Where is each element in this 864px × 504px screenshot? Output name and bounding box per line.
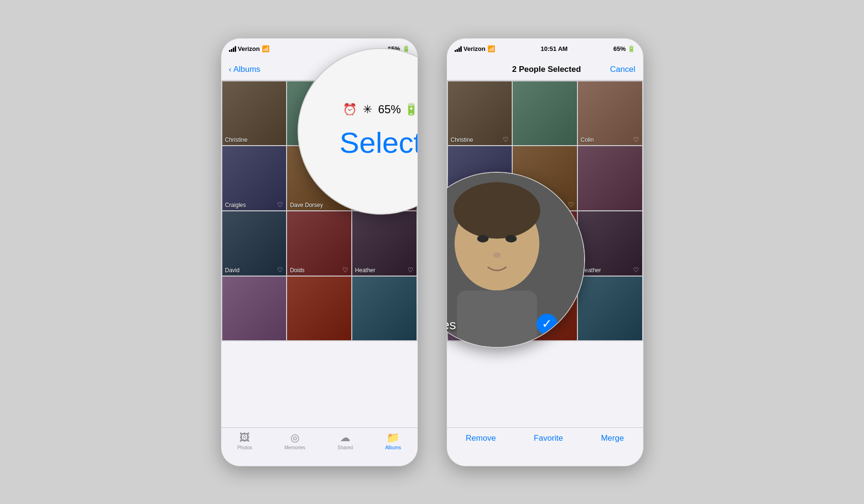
battery-magnifier: 65% 🔋 (378, 103, 417, 116)
phone-left: Verizon 📶 65% 🔋 ‹ Albums Select Christin… (221, 38, 418, 466)
wifi-icon: 📶 (262, 45, 269, 52)
carrier-label: Verizon (238, 45, 260, 52)
heart-icon-heather-left: ♡ (407, 266, 414, 274)
right-status-bar: Verizon 📶 10:51 AM 65% 🔋 (447, 39, 643, 59)
right-signal-bar-3 (458, 48, 460, 52)
favorite-button[interactable]: Favorite (534, 434, 563, 443)
tab-memories-label: Memories (284, 445, 305, 450)
heart-icon-craigles: ♡ (277, 201, 283, 208)
magnifier-right-label: igles (447, 317, 457, 333)
cell-label-doids: Doids (290, 267, 305, 274)
right-cell-colin[interactable]: Colin ♡ (578, 81, 642, 146)
svg-point-3 (477, 235, 488, 242)
merge-button[interactable]: Merge (601, 434, 624, 443)
remove-button[interactable]: Remove (466, 434, 496, 443)
heart-icon-david: ♡ (277, 266, 283, 274)
svg-point-2 (453, 182, 540, 238)
right-signal-bar-1 (455, 50, 456, 52)
right-battery-percent: 65% (613, 45, 626, 52)
right-label-colin: Colin (581, 137, 594, 143)
chevron-left-icon: ‹ (229, 65, 232, 74)
photos-icon: 🖼 (239, 432, 250, 444)
people-selected-bar: 2 People Selected Cancel (447, 59, 643, 80)
signal-bar-3 (233, 48, 234, 52)
tab-photos-label: Photos (237, 445, 252, 450)
right-battery-icon: 🔋 (627, 45, 635, 52)
left-tab-bar: 🖼 Photos ◎ Memories ☁ Shared 📁 Albums (221, 427, 417, 466)
magnifier-right-check: ✓ (536, 314, 557, 335)
grid-cell-christine[interactable]: Christine (222, 81, 287, 146)
svg-point-5 (493, 252, 501, 258)
tab-shared[interactable]: ☁ Shared (338, 432, 353, 450)
magnifier-status-icons: ⏰ ✳ 65% 🔋 (343, 103, 417, 116)
shared-icon: ☁ (340, 432, 350, 444)
left-status-left: Verizon 📶 (229, 45, 269, 52)
heart-icon-doids: ♡ (342, 266, 348, 274)
back-button[interactable]: ‹ Albums (229, 65, 260, 74)
grid-cell-red[interactable] (287, 277, 351, 341)
right-cell-empty1[interactable] (513, 81, 577, 146)
right-status-left: Verizon 📶 (455, 45, 495, 52)
right-label-christine: Christine (451, 137, 473, 143)
screenshot-container: Verizon 📶 65% 🔋 ‹ Albums Select Christin… (221, 38, 644, 466)
grid-cell-heather-left[interactable]: Heather ♡ (352, 211, 417, 276)
tab-albums-label: Albums (385, 445, 401, 450)
memories-icon: ◎ (290, 432, 299, 444)
right-signal-bars (455, 46, 462, 52)
svg-rect-6 (457, 290, 536, 347)
signal-bar-2 (231, 49, 232, 52)
bluetooth-icon: ✳ (363, 103, 372, 116)
cell-label-heather-left: Heather (355, 267, 376, 274)
cell-label-christine: Christine (225, 137, 248, 143)
right-heart-davedorsey: ♡ (568, 201, 574, 208)
albums-back-label: Albums (233, 65, 260, 74)
right-signal-bar-4 (460, 46, 462, 52)
cell-label-david: David (225, 267, 240, 274)
tab-albums[interactable]: 📁 Albums (385, 432, 401, 450)
tab-shared-label: Shared (338, 445, 353, 450)
right-time: 10:51 AM (541, 45, 568, 52)
right-cell-heather[interactable]: Heather ♡ (578, 211, 642, 276)
right-wifi-icon: 📶 (487, 45, 495, 52)
right-cell-dave[interactable] (578, 146, 642, 210)
right-carrier-label: Verizon (464, 45, 486, 52)
right-heart-colin: ♡ (633, 136, 639, 143)
right-action-bar: Remove Favorite Merge (447, 427, 643, 466)
signal-bar-1 (229, 50, 230, 52)
cell-label-davedorsey: Dave Dorsey (290, 202, 323, 208)
right-cell-christine[interactable]: Christine ♡ (448, 81, 512, 146)
cancel-button[interactable]: Cancel (610, 65, 636, 74)
signal-bars (229, 46, 236, 52)
svg-point-4 (505, 235, 516, 242)
cell-label-craigles: Craigles (225, 202, 246, 208)
right-signal-bar-2 (457, 49, 458, 52)
signal-bar-4 (235, 46, 236, 52)
right-cell-hat[interactable] (578, 277, 642, 341)
right-heart-heather: ♡ (633, 266, 639, 274)
clock-icon: ⏰ (343, 103, 357, 116)
grid-cell-doids[interactable]: Doids ♡ (287, 211, 351, 276)
phone-right: Verizon 📶 10:51 AM 65% 🔋 2 People Select… (447, 38, 644, 466)
tab-memories[interactable]: ◎ Memories (284, 432, 305, 450)
tab-photos[interactable]: 🖼 Photos (237, 432, 252, 450)
grid-cell-hat[interactable] (352, 277, 417, 341)
albums-icon: 📁 (387, 432, 399, 444)
magnifier-select-text: Select (339, 126, 417, 159)
right-heart-christine: ♡ (503, 136, 509, 143)
grid-cell-pink[interactable] (222, 277, 287, 341)
grid-cell-craigles[interactable]: Craigles ♡ (222, 146, 287, 210)
grid-cell-david[interactable]: David ♡ (222, 211, 287, 276)
right-status-right: 65% 🔋 (613, 45, 635, 52)
people-selected-title: 2 People Selected (512, 65, 581, 74)
